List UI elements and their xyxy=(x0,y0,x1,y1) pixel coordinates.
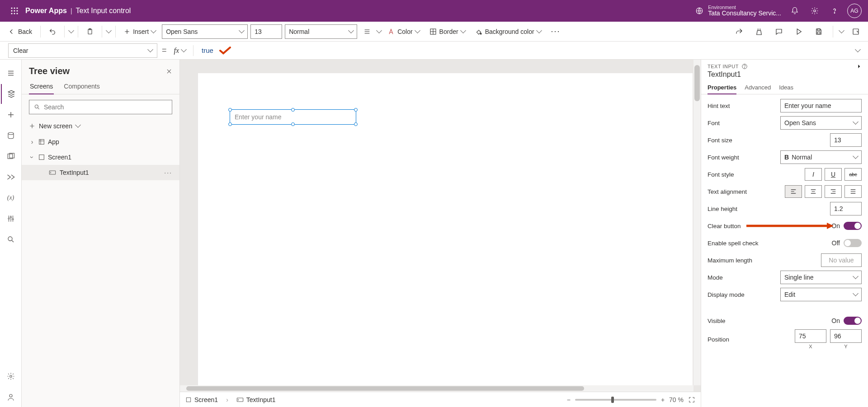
app-title[interactable]: Power Apps xyxy=(25,7,67,15)
spell-check-toggle[interactable] xyxy=(844,239,862,247)
control-name[interactable]: TextInput1 xyxy=(701,70,868,81)
tree-row-app[interactable]: › App xyxy=(22,134,179,150)
canvas-screen[interactable]: Enter your name xyxy=(198,73,693,385)
tab-ideas[interactable]: Ideas xyxy=(779,81,793,94)
share-icon[interactable] xyxy=(731,24,747,39)
tab-components[interactable]: Components xyxy=(63,79,100,94)
zoom-in-button[interactable]: + xyxy=(661,396,665,403)
textinput-control[interactable]: Enter your name xyxy=(230,109,356,125)
undo-button[interactable] xyxy=(45,24,60,39)
tree-row-more-icon[interactable]: ··· xyxy=(164,169,176,176)
bgcolor-button[interactable]: Background color xyxy=(472,24,545,39)
media-icon[interactable] xyxy=(1,146,21,166)
display-mode-select[interactable]: Edit xyxy=(780,288,862,301)
font-size-input[interactable]: 13 xyxy=(250,24,282,39)
line-height-label: Line height xyxy=(708,206,737,212)
position-x-input[interactable]: 75 xyxy=(795,329,826,343)
font-select[interactable]: Open Sans xyxy=(780,116,862,130)
align-left-button[interactable] xyxy=(785,185,802,198)
tab-properties[interactable]: Properties xyxy=(708,81,736,94)
expand-panel-icon[interactable] xyxy=(856,64,862,69)
canvas-hscroll[interactable] xyxy=(180,385,693,392)
tools-icon[interactable] xyxy=(1,209,21,229)
variables-icon[interactable]: (x) xyxy=(1,188,21,208)
hint-text-input[interactable]: Enter your name xyxy=(780,99,862,112)
search-rail-icon[interactable] xyxy=(1,229,21,249)
save-icon[interactable] xyxy=(811,24,826,39)
virtual-agent-icon[interactable] xyxy=(1,387,21,407)
undo-chevron-icon[interactable] xyxy=(69,28,73,35)
align-justify-button[interactable] xyxy=(844,185,862,198)
font-weight-dropdown[interactable]: Normal xyxy=(285,24,357,39)
save-chevron-icon[interactable] xyxy=(840,28,844,35)
tab-advanced[interactable]: Advanced xyxy=(745,81,771,94)
tab-screens[interactable]: Screens xyxy=(29,79,54,94)
property-dropdown[interactable]: Clear xyxy=(8,43,157,58)
underline-button[interactable]: U xyxy=(825,168,842,181)
new-screen-button[interactable]: New screen xyxy=(22,120,179,134)
zoom-slider[interactable] xyxy=(575,399,656,401)
max-length-input[interactable]: No value xyxy=(821,253,862,267)
tree-search-input[interactable] xyxy=(44,103,167,111)
resize-handle[interactable] xyxy=(228,108,232,112)
resize-handle[interactable] xyxy=(291,108,295,112)
fx-button[interactable]: fx xyxy=(171,47,189,55)
control-type-label: TEXT INPUT xyxy=(708,64,739,69)
align-center-button[interactable] xyxy=(805,185,822,198)
info-icon[interactable] xyxy=(741,63,748,70)
data-icon[interactable] xyxy=(1,126,21,145)
paste-button[interactable] xyxy=(83,24,97,39)
publish-icon[interactable] xyxy=(848,24,863,39)
tree-row-control[interactable]: TextInput1 ··· xyxy=(22,165,179,180)
resize-handle[interactable] xyxy=(354,108,358,112)
settings-icon[interactable] xyxy=(805,1,825,21)
resize-handle[interactable] xyxy=(291,122,295,126)
font-size-prop-input[interactable]: 13 xyxy=(830,133,862,147)
align-chevron-icon[interactable] xyxy=(377,28,381,35)
line-height-input[interactable]: 1.2 xyxy=(830,202,862,215)
italic-button[interactable]: I xyxy=(805,168,822,181)
hamburger-icon[interactable] xyxy=(1,63,21,83)
insert-rail-icon[interactable] xyxy=(1,105,21,125)
help-icon[interactable] xyxy=(825,1,844,21)
breadcrumb-screen[interactable]: Screen1 xyxy=(185,396,218,403)
font-dropdown[interactable]: Open Sans xyxy=(162,24,248,39)
flows-icon[interactable] xyxy=(1,167,21,187)
clear-button-toggle[interactable] xyxy=(844,222,862,230)
settings-rail-icon[interactable] xyxy=(1,366,21,386)
visible-state: On xyxy=(831,317,840,324)
comments-icon[interactable] xyxy=(771,24,787,39)
font-weight-select[interactable]: BNormal xyxy=(780,150,862,164)
app-launcher-icon[interactable] xyxy=(4,0,25,22)
expand-formula-icon[interactable] xyxy=(856,47,860,54)
strike-button[interactable]: abc xyxy=(844,168,862,181)
paste-chevron-icon[interactable] xyxy=(107,28,111,35)
back-button[interactable]: Back xyxy=(5,24,36,39)
formula-input[interactable]: true xyxy=(198,43,851,58)
resize-handle[interactable] xyxy=(354,122,358,126)
environment-picker[interactable]: Environment Tata Consultancy Servic... xyxy=(695,5,781,17)
tree-search[interactable] xyxy=(29,100,172,114)
close-tree-icon[interactable] xyxy=(166,68,172,75)
breadcrumb-control[interactable]: TextInput1 xyxy=(236,396,276,403)
mode-select[interactable]: Single line xyxy=(780,271,862,284)
environment-value: Tata Consultancy Servic... xyxy=(708,10,781,17)
notifications-icon[interactable] xyxy=(785,1,805,21)
position-y-input[interactable]: 96 xyxy=(830,329,862,343)
resize-handle[interactable] xyxy=(228,122,232,126)
insert-button[interactable]: Insert xyxy=(120,24,159,39)
overflow-button[interactable]: ··· xyxy=(547,27,564,36)
checker-icon[interactable] xyxy=(751,24,767,39)
align-button[interactable] xyxy=(360,24,374,39)
visible-toggle[interactable] xyxy=(844,317,862,325)
color-button[interactable]: Color xyxy=(384,24,423,39)
align-right-button[interactable] xyxy=(825,185,842,198)
canvas-vscroll[interactable] xyxy=(693,60,701,385)
play-icon[interactable] xyxy=(791,24,807,39)
avatar[interactable]: AG xyxy=(847,4,862,18)
tree-row-screen[interactable]: › Screen1 xyxy=(22,150,179,165)
border-button[interactable]: Border xyxy=(426,24,469,39)
fit-screen-icon[interactable] xyxy=(688,396,695,403)
zoom-out-button[interactable]: − xyxy=(567,396,571,403)
tree-view-icon[interactable] xyxy=(1,84,21,104)
